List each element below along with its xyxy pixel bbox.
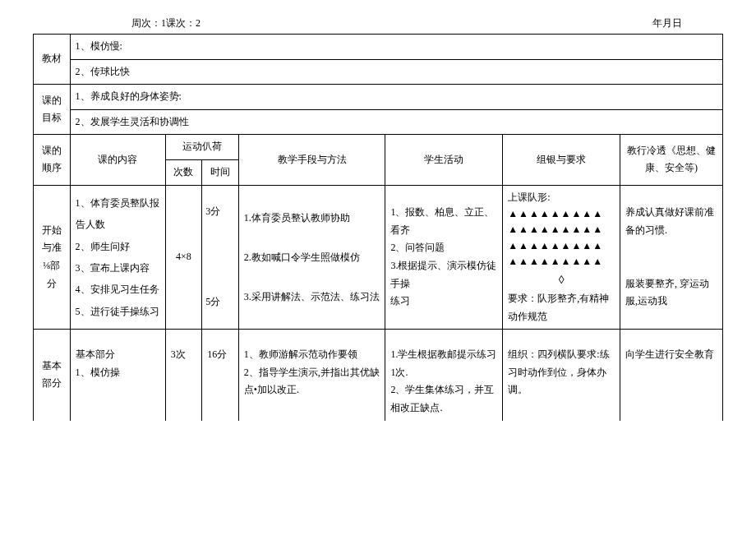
org-triangles: ▲▲▲▲▲▲▲▲▲ ▲▲▲▲▲▲▲▲▲ ▲▲▲▲▲▲▲▲▲ ▲▲▲▲▲▲▲▲▲ xyxy=(508,206,615,270)
jiaocai-label: 教材 xyxy=(34,35,71,85)
lesson-plan-table: 教材 1、模仿慢: 2、传球比快 课的目标 1、养成良好的身体姿势: 2、发展学… xyxy=(33,34,723,421)
section1-time-top: 3分 xyxy=(202,200,238,224)
section1-time-bottom: 5分 xyxy=(202,290,238,315)
jiaocai-line2: 2、传球比快 xyxy=(70,59,722,85)
section2-time: 16分 xyxy=(202,330,239,421)
section2-content-title: 基本部分 xyxy=(76,346,160,364)
org-diamond: ◊ xyxy=(508,270,615,290)
section2-activity: 1.学生根据教邮提示练习1次. 2、学生集体练习，并互相改正缺点. xyxy=(385,330,503,421)
mubiao-label: 课的目标 xyxy=(34,85,71,135)
section1-edu: 养成认真做好课前准备的习惯. 服装要整齐, 穿运动服,运动我 xyxy=(620,185,723,330)
th-org: 组银与要求 xyxy=(503,135,620,185)
th-load: 运动仈荷 xyxy=(165,135,238,160)
section1-time: 3分 5分 xyxy=(202,185,239,330)
th-time: 时间 xyxy=(202,159,239,185)
th-content: 课的内容 xyxy=(70,135,165,185)
section1-org: 上课队形: ▲▲▲▲▲▲▲▲▲ ▲▲▲▲▲▲▲▲▲ ▲▲▲▲▲▲▲▲▲ ▲▲▲▲… xyxy=(503,185,620,330)
th-seq: 课的顺序 xyxy=(34,135,71,185)
section2-edu: 向学生进行安全教育 xyxy=(620,330,723,421)
org-req: 要求：队形整齐,有精神动作规范 xyxy=(508,290,615,325)
section2-seq: 基本部分 xyxy=(34,330,71,421)
org-label: 上课队形: xyxy=(508,189,615,207)
section1-content: 1、体育委员整队报告人数 2、师生问好 3、宣布上课内容 4、安排见习生任务 5… xyxy=(70,185,165,330)
th-method: 教学手段与方法 xyxy=(238,135,385,185)
section2-content: 基本部分 1、模仿操 xyxy=(70,330,165,421)
mubiao-line2: 2、发展学生灵活和协调性 xyxy=(70,109,722,135)
section1-seq: 开始与准⅛部分 xyxy=(34,185,71,330)
section2-org: 组织：四列横队要求:练习时动作到位，身体办调。 xyxy=(503,330,620,421)
section2-count: 3次 xyxy=(165,330,202,421)
th-activity: 学生活动 xyxy=(385,135,503,185)
section1-activity: 1、报数、柏息、立正、看齐 2、问答问题 3.根据提示、演示模仿徒手操 练习 xyxy=(385,185,503,330)
jiaocai-line1: 1、模仿慢: xyxy=(70,35,722,60)
section1-method: 1.体育委员整认教师协助 2.教如喊口令学生照做模仿 3.采用讲解法、示范法、练… xyxy=(238,185,385,330)
section2-content-1: 1、模仿操 xyxy=(76,364,160,382)
header-right: 年月日 xyxy=(652,16,682,30)
section2-method: 1、教师游解示范动作要领 2、指导学生演示,并指出其优缺点•加以改正. xyxy=(238,330,385,421)
mubiao-line1: 1、养成良好的身体姿势: xyxy=(70,85,722,110)
header-left: 周次：1课次：2 xyxy=(131,16,201,30)
th-edu: 教行冷透《思想、健康、安全等) xyxy=(620,135,723,185)
th-count: 次数 xyxy=(165,159,202,185)
section1-count: 4×8 xyxy=(165,185,202,330)
